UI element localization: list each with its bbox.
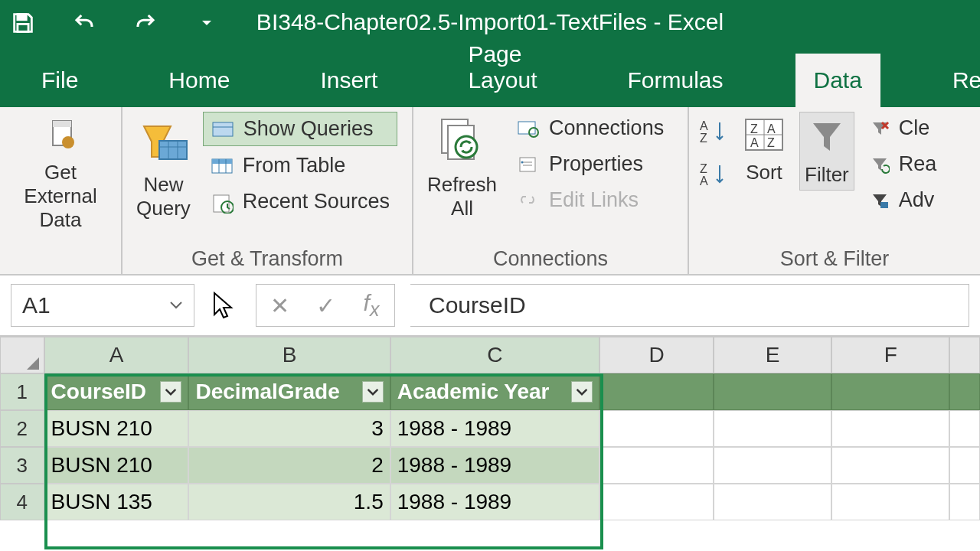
tab-home[interactable]: Home <box>150 54 248 107</box>
column-header-e[interactable]: E <box>714 337 831 373</box>
edit-links-label: Edit Links <box>549 188 639 212</box>
from-table-icon <box>211 156 234 176</box>
cell-b3[interactable]: 2 <box>188 447 390 484</box>
cell-b2[interactable]: 3 <box>188 410 390 447</box>
tab-page-layout[interactable]: Page Layout <box>449 28 555 107</box>
cell[interactable] <box>831 373 949 410</box>
svg-rect-3 <box>53 121 71 127</box>
svg-text:A: A <box>700 174 708 187</box>
sort-button[interactable]: ZAAZ Sort <box>737 112 792 187</box>
fx-button[interactable]: fx <box>348 290 394 321</box>
tab-data[interactable]: Data <box>795 54 880 107</box>
advanced-label: Adv <box>899 188 935 212</box>
undo-button[interactable] <box>69 8 100 38</box>
from-table-label: From Table <box>243 154 346 178</box>
cell[interactable] <box>949 447 980 484</box>
advanced-filter-icon <box>870 191 890 210</box>
edit-links-button: Edit Links <box>509 184 671 217</box>
cell[interactable] <box>949 373 980 410</box>
formula-controls: ✕ ✓ fx <box>256 284 395 327</box>
column-header-d[interactable]: D <box>599 337 714 373</box>
clear-filter-button[interactable]: Cle <box>862 112 945 145</box>
refresh-all-button[interactable]: Refresh All <box>423 112 501 223</box>
cell[interactable] <box>599 484 714 520</box>
save-button[interactable] <box>8 8 38 38</box>
filter-dropdown-icon[interactable] <box>160 381 181 403</box>
cell[interactable] <box>714 410 831 447</box>
row-header-1[interactable]: 1 <box>0 373 44 410</box>
cell-c2[interactable]: 1988 - 1989 <box>390 410 599 447</box>
from-table-button[interactable]: From Table <box>203 149 397 182</box>
chevron-down-icon <box>169 300 183 311</box>
svg-text:A: A <box>767 122 776 135</box>
cancel-formula-button: ✕ <box>256 292 302 319</box>
tab-formulas[interactable]: Formulas <box>609 54 741 107</box>
cell-c4[interactable]: 1988 - 1989 <box>390 484 599 520</box>
cell-a3[interactable]: BUSN 210 <box>44 447 189 484</box>
cell[interactable] <box>949 410 980 447</box>
row-header-4[interactable]: 4 <box>0 484 44 520</box>
column-header-a[interactable]: A <box>44 337 189 373</box>
redo-button[interactable] <box>130 8 161 38</box>
properties-button[interactable]: Properties <box>509 148 671 181</box>
table-header-courseid[interactable]: CourseID <box>44 373 189 410</box>
filter-dropdown-icon[interactable] <box>362 381 384 403</box>
cell[interactable] <box>599 410 714 447</box>
sort-asc-button[interactable]: AZ <box>698 118 729 147</box>
svg-text:Z: Z <box>700 132 707 144</box>
sort-asc-icon: AZ <box>698 118 729 144</box>
cell-c3[interactable]: 1988 - 1989 <box>390 447 599 484</box>
cell[interactable] <box>599 373 714 410</box>
cell[interactable] <box>831 410 949 447</box>
column-header-c[interactable]: C <box>390 337 599 373</box>
tab-insert[interactable]: Insert <box>302 54 396 107</box>
svg-text:Z: Z <box>750 122 758 135</box>
row-header-3[interactable]: 3 <box>0 447 44 484</box>
tab-file[interactable]: File <box>23 54 96 107</box>
qat-customize-button[interactable] <box>191 8 222 38</box>
worksheet-grid[interactable]: A B C D E F 1 CourseID DecimalGrade Acad… <box>0 337 980 520</box>
new-query-button[interactable]: New Query <box>132 112 195 223</box>
get-external-data-label: Get External Data <box>14 161 107 233</box>
svg-rect-12 <box>212 159 232 164</box>
column-header-b[interactable]: B <box>188 337 390 373</box>
row-header-2[interactable]: 2 <box>0 410 44 447</box>
table-header-academicyear[interactable]: Academic Year <box>390 373 599 410</box>
sort-desc-button[interactable]: ZA <box>698 161 729 190</box>
refresh-all-label: Refresh All <box>427 173 497 220</box>
reapply-button[interactable]: Rea <box>862 148 945 181</box>
show-queries-button[interactable]: Show Queries <box>203 112 397 146</box>
cell[interactable] <box>714 447 831 484</box>
recent-sources-button[interactable]: Recent Sources <box>203 185 397 218</box>
cell-b4[interactable]: 1.5 <box>188 484 390 520</box>
name-box[interactable]: A1 <box>11 284 194 327</box>
svg-rect-39 <box>880 202 888 208</box>
cell[interactable] <box>949 484 980 520</box>
window-title: BI348-Chapter02.5-Import01-TextFiles - E… <box>256 9 724 35</box>
group-label-get-transform: Get & Transform <box>132 244 403 271</box>
svg-rect-0 <box>18 15 26 20</box>
cell[interactable] <box>831 447 949 484</box>
quick-access-toolbar <box>8 8 222 38</box>
show-queries-icon <box>211 119 234 139</box>
edit-links-icon <box>517 191 540 210</box>
ribbon: Get External Data New Query Show Queries <box>0 107 980 276</box>
cell[interactable] <box>714 373 831 410</box>
cell[interactable] <box>714 484 831 520</box>
cell-a2[interactable]: BUSN 210 <box>44 410 189 447</box>
svg-rect-9 <box>213 122 233 136</box>
select-all-corner[interactable] <box>0 337 44 373</box>
tab-review[interactable]: Review <box>934 54 980 107</box>
column-header-g[interactable] <box>949 337 980 373</box>
column-header-f[interactable]: F <box>831 337 949 373</box>
cell[interactable] <box>599 447 714 484</box>
cell[interactable] <box>831 484 949 520</box>
cell-a4[interactable]: BUSN 135 <box>44 484 189 520</box>
filter-dropdown-icon[interactable] <box>571 381 593 403</box>
get-external-data-button[interactable]: Get External Data <box>9 112 112 236</box>
table-header-decimalgrade[interactable]: DecimalGrade <box>188 373 390 410</box>
filter-button[interactable]: Filter <box>799 112 854 191</box>
connections-button[interactable]: Connections <box>509 112 671 145</box>
formula-input[interactable]: CourseID <box>410 284 969 327</box>
advanced-filter-button[interactable]: Adv <box>862 184 945 217</box>
